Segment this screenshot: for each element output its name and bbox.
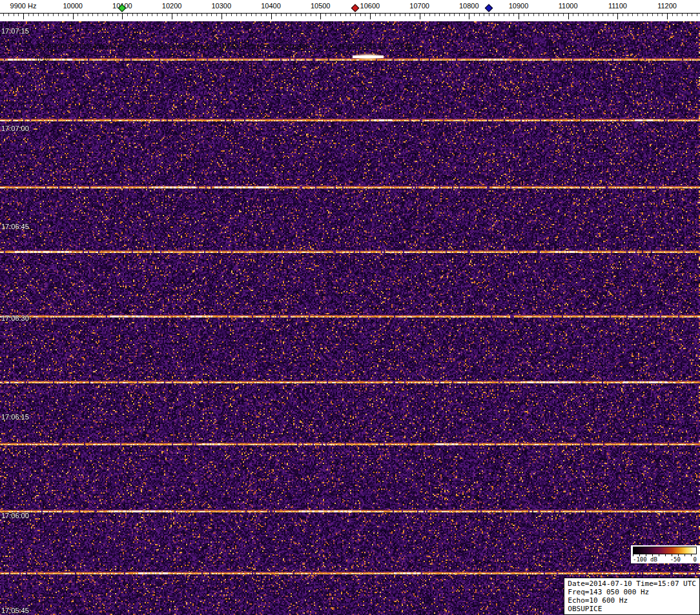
intensity-gradient-bar xyxy=(633,547,697,554)
time-tick-label: 17:07:15 xyxy=(1,27,29,35)
time-tick-label: 17:07:00 xyxy=(1,125,29,132)
time-tick-label: 17:05:45 xyxy=(1,607,29,614)
legend-label-max: 0 xyxy=(694,556,697,563)
info-line: Freq=143 050 000 Hz xyxy=(568,588,696,596)
legend-label-min: -100 dB xyxy=(633,556,657,563)
observation-info-box: Date=2014-07-10 Time=15:07 UTCFreq=143 0… xyxy=(564,578,700,615)
marker-red-diamond[interactable] xyxy=(351,4,360,12)
time-tick-label: 17:06:30 xyxy=(1,314,29,322)
time-tick-label: 17:06:45 xyxy=(1,223,29,230)
detection-annotation: 20140710150710364 hCnt4 nb-75 f10593 hit… xyxy=(36,43,416,50)
time-tick-label: 17:06:15 xyxy=(1,413,29,421)
marker-blue-diamond[interactable] xyxy=(485,4,493,12)
intensity-legend: -100 dB -50 0 xyxy=(631,545,700,563)
legend-label-mid: -50 xyxy=(670,556,681,563)
info-line: Date=2014-07-10 Time=15:07 UTC xyxy=(568,580,696,588)
spectrogram-app: 9900 Hz100001010010200103001040010500106… xyxy=(0,0,700,615)
intensity-legend-labels: -100 dB -50 0 xyxy=(633,556,697,563)
frequency-markers xyxy=(0,0,700,21)
marker-green-diamond[interactable] xyxy=(118,4,127,12)
time-tick-label: 17:06:00 xyxy=(1,512,29,519)
spectrogram-canvas[interactable] xyxy=(0,21,700,615)
spectrogram-area[interactable]: 17:07:1517:07:0017:06:4517:06:3017:06:15… xyxy=(0,21,700,615)
info-line: Echo=10 600 Hz xyxy=(568,596,696,605)
frequency-axis: 9900 Hz100001010010200103001040010500106… xyxy=(0,0,700,21)
info-line: OBSUPICE xyxy=(568,605,696,613)
detection-annotation-h: h-10 xyxy=(37,55,50,62)
